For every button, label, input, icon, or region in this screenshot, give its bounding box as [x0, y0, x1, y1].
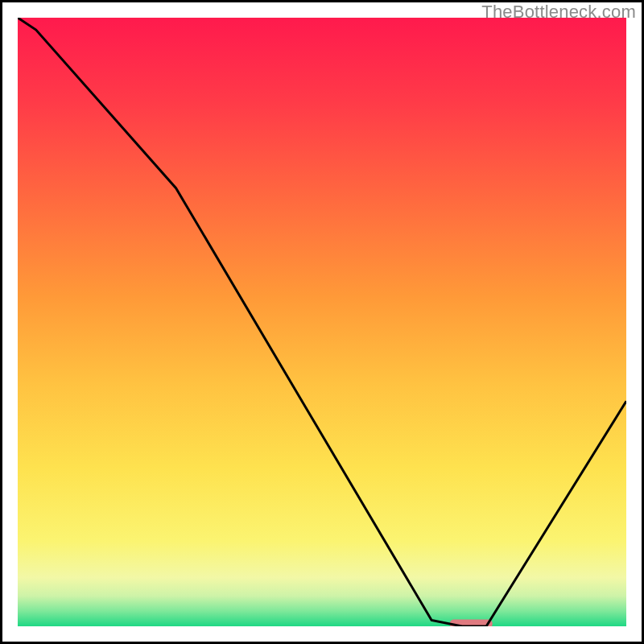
chart-border: [0, 0, 644, 644]
chart-frame: TheBottleneck.com: [0, 0, 644, 644]
attribution-text: TheBottleneck.com: [481, 2, 636, 23]
